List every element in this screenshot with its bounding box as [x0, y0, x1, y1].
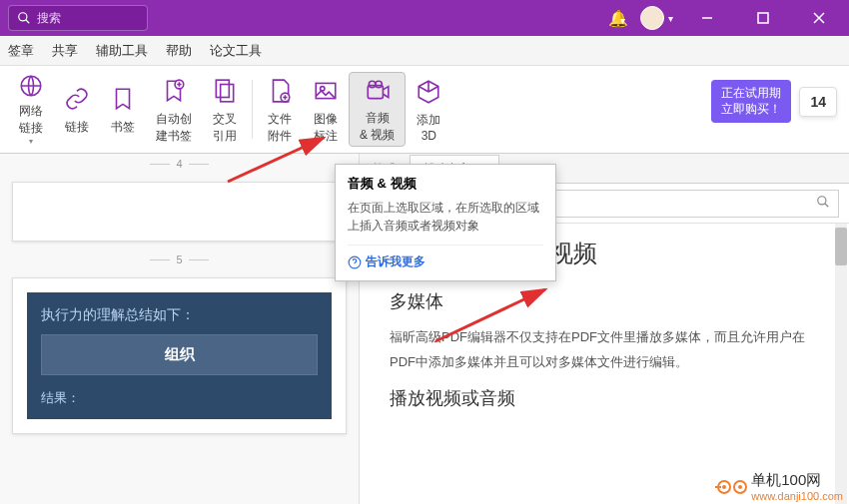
minimize-button[interactable] — [685, 0, 729, 36]
trial-line1: 正在试用期 — [721, 86, 781, 102]
cube-icon — [416, 76, 441, 108]
table-header-cell: 组织 — [41, 334, 318, 375]
svg-point-14 — [369, 81, 376, 88]
watermark-url: www.danji100.com — [751, 490, 843, 502]
tooltip-more-link[interactable]: 告诉我更多 — [348, 245, 543, 270]
attachment-icon — [267, 75, 293, 107]
svg-line-1 — [26, 20, 30, 24]
avatar-chevron: ▾ — [668, 13, 673, 24]
trial-badge-box: 正在试用期 立即购买！ 14 — [711, 80, 837, 123]
search-icon[interactable] — [816, 195, 830, 213]
page-4[interactable] — [12, 182, 347, 242]
video-icon — [365, 75, 391, 106]
tool-add-3d[interactable]: 添加 3D — [406, 72, 451, 147]
tool-image-annot[interactable]: 图像 标注 — [303, 72, 349, 147]
tooltip-body: 在页面上选取区域，在所选取的区域上插入音频或者视频对象 — [348, 199, 543, 235]
tool-label: 自动创 建书签 — [156, 111, 192, 145]
tool-link[interactable]: 链接 — [54, 72, 100, 147]
maximize-button[interactable] — [741, 0, 785, 36]
svg-rect-9 — [221, 84, 234, 101]
watermark-title: 单机100网 — [751, 471, 843, 490]
tooltip-audio-video: 音频 & 视频 在页面上选取区域，在所选取的区域上插入音频或者视频对象 告诉我更… — [335, 164, 556, 281]
watermark-logo — [717, 480, 747, 494]
document-area[interactable]: 4 5 执行力的理解总结如下： 组织 结果： — [0, 154, 360, 504]
tool-auto-bookmark[interactable]: 自动创 建书签 — [146, 72, 202, 147]
watermark: 单机100网 www.danji100.com — [717, 471, 843, 502]
doc-result-label: 结果： — [27, 375, 332, 409]
titlebar-search-input[interactable] — [31, 11, 131, 25]
svg-rect-8 — [216, 80, 229, 97]
toolbar: 网络 链接 ▾ 链接 书签 自动创 建书签 交叉 引用 文件 附件 图像 标注 … — [0, 66, 849, 154]
tool-audio-video[interactable]: 音频 & 视频 — [349, 72, 406, 147]
tool-label: 交叉 引用 — [213, 111, 237, 145]
help-paragraph: 福昕高级PDF编辑器不仅支持在PDF文件里播放多媒体，而且允许用户在PDF中添加… — [390, 325, 819, 374]
tooltip-more-text: 告诉我更多 — [366, 253, 425, 270]
page-5-content: 执行力的理解总结如下： 组织 结果： — [27, 292, 332, 419]
chevron-down-icon: ▾ — [29, 137, 33, 146]
svg-point-18 — [818, 196, 826, 204]
trial-badge[interactable]: 正在试用期 立即购买！ — [711, 80, 791, 123]
tool-label: 网络 链接 — [19, 103, 43, 137]
scrollbar-thumb[interactable] — [835, 228, 847, 265]
search-icon — [17, 11, 31, 25]
tool-label: 音频 & 视频 — [360, 110, 395, 144]
toolbar-separator — [252, 80, 253, 139]
svg-rect-3 — [758, 13, 768, 23]
menu-help[interactable]: 帮助 — [166, 42, 192, 60]
page-separator-4: 4 — [0, 154, 359, 174]
menubar: 签章 共享 辅助工具 帮助 论文工具 — [0, 36, 849, 66]
cross-ref-icon — [212, 75, 238, 107]
auto-bookmark-icon — [161, 75, 187, 107]
tool-file-attach[interactable]: 文件 附件 — [257, 72, 303, 147]
trial-line2: 立即购买！ — [721, 102, 781, 118]
tool-label: 链接 — [65, 119, 89, 136]
chevron-down-icon: ▾ — [620, 15, 625, 26]
tool-label: 文件 附件 — [268, 111, 292, 145]
tool-label: 添加 3D — [417, 112, 440, 143]
help-h2-multimedia: 多媒体 — [390, 289, 819, 313]
link-icon — [64, 83, 90, 115]
doc-heading: 执行力的理解总结如下： — [27, 292, 332, 334]
page-separator-5: 5 — [0, 250, 359, 269]
trial-days: 14 — [799, 87, 837, 117]
avatar[interactable] — [640, 6, 664, 30]
close-button[interactable] — [797, 0, 841, 36]
menu-sign[interactable]: 签章 — [8, 42, 34, 60]
content: 4 5 执行力的理解总结如下： 组织 结果： 音频 & 视频 在页面上选取区域，… — [0, 154, 849, 504]
page-5[interactable]: 执行力的理解总结如下： 组织 结果： — [12, 277, 347, 434]
menu-share[interactable]: 共享 — [52, 42, 78, 60]
help-icon — [348, 255, 362, 269]
svg-point-15 — [376, 81, 383, 88]
menu-paper[interactable]: 论文工具 — [210, 42, 262, 60]
svg-point-0 — [19, 13, 27, 21]
titlebar-search[interactable] — [8, 5, 148, 31]
globe-icon — [18, 73, 44, 99]
tool-bookmark[interactable]: 书签 — [100, 72, 146, 147]
tool-label: 书签 — [111, 119, 135, 136]
titlebar-right: 🔔▾ ▾ — [608, 0, 841, 36]
tool-cross-ref[interactable]: 交叉 引用 — [202, 72, 248, 147]
tool-net-link[interactable]: 网络 链接 ▾ — [8, 72, 54, 147]
menu-assist[interactable]: 辅助工具 — [96, 42, 148, 60]
titlebar: 🔔▾ ▾ — [0, 0, 849, 36]
help-h2-play: 播放视频或音频 — [390, 386, 819, 410]
bell-icon[interactable]: 🔔▾ — [608, 9, 628, 28]
tooltip-title: 音频 & 视频 — [348, 175, 543, 193]
bookmark-icon — [110, 83, 136, 115]
tool-label: 图像 标注 — [314, 111, 338, 145]
svg-line-19 — [825, 203, 829, 207]
image-icon — [313, 75, 339, 107]
scrollbar-track[interactable] — [835, 224, 847, 504]
